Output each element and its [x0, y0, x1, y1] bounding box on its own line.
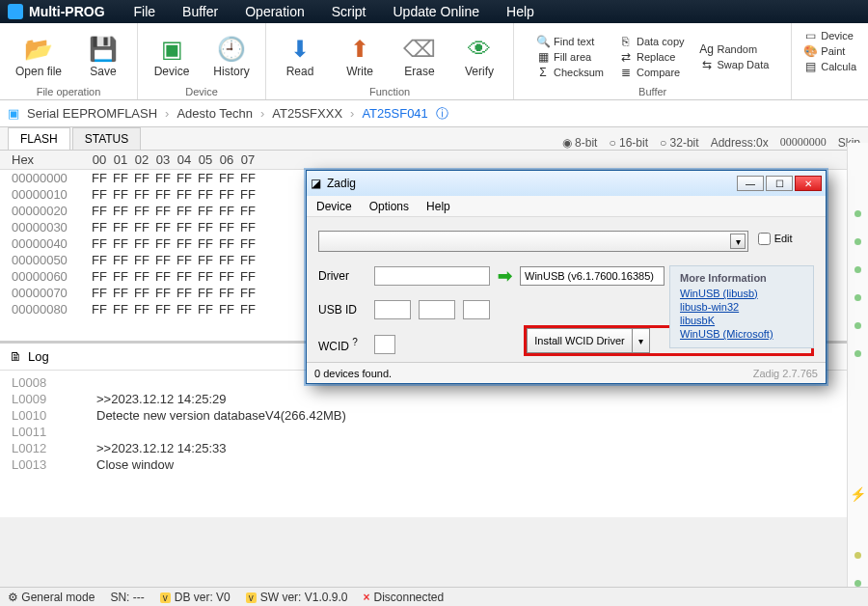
driver-current-field[interactable]: [374, 266, 490, 286]
hex-byte[interactable]: FF: [89, 302, 110, 317]
erase-button[interactable]: ⌫Erase: [393, 34, 446, 80]
hex-byte[interactable]: FF: [216, 220, 237, 234]
menu-buffer[interactable]: Buffer: [182, 4, 218, 19]
hex-byte[interactable]: FF: [110, 236, 131, 251]
usbid-vid-field[interactable]: [374, 300, 411, 319]
hex-byte[interactable]: FF: [216, 187, 237, 202]
hex-byte[interactable]: FF: [216, 269, 237, 284]
right-device-button[interactable]: ▭Device: [803, 29, 856, 42]
hex-byte[interactable]: FF: [152, 187, 174, 202]
hex-byte[interactable]: FF: [174, 302, 195, 317]
maximize-button[interactable]: ☐: [766, 176, 793, 191]
hex-byte[interactable]: FF: [174, 269, 195, 284]
driver-target-field[interactable]: WinUSB (v6.1.7600.16385): [520, 266, 665, 286]
hex-byte[interactable]: FF: [237, 236, 258, 251]
install-driver-button[interactable]: Install WCID Driver: [527, 328, 633, 353]
minimize-button[interactable]: —: [737, 176, 764, 191]
hex-byte[interactable]: FF: [195, 236, 216, 251]
hex-byte[interactable]: FF: [237, 204, 258, 218]
hex-byte[interactable]: FF: [216, 236, 237, 251]
link-winusb-libusb[interactable]: WinUSB (libusb): [680, 288, 803, 299]
menu-file[interactable]: File: [134, 4, 156, 19]
usbid-mi-field[interactable]: [463, 300, 490, 319]
hex-byte[interactable]: FF: [110, 204, 131, 218]
hex-byte[interactable]: FF: [110, 269, 131, 284]
hex-byte[interactable]: FF: [89, 269, 110, 284]
hex-byte[interactable]: FF: [89, 220, 110, 234]
edit-checkbox[interactable]: Edit: [758, 233, 793, 245]
hex-byte[interactable]: FF: [89, 171, 110, 185]
history-button[interactable]: 🕘History: [205, 34, 258, 80]
hex-byte[interactable]: FF: [195, 253, 216, 267]
calculator-button[interactable]: ▤Calcula: [803, 60, 856, 73]
zadig-menu-help[interactable]: Help: [426, 200, 450, 213]
hex-byte[interactable]: FF: [131, 220, 152, 234]
hex-byte[interactable]: FF: [152, 220, 174, 234]
hex-byte[interactable]: FF: [110, 220, 131, 234]
link-libusbk[interactable]: libusbK: [680, 315, 803, 326]
replace-button[interactable]: ⇄Replace: [619, 50, 685, 64]
breadcrumb-1[interactable]: Adesto Techn: [176, 106, 253, 121]
write-button[interactable]: ⬆Write: [334, 34, 386, 80]
hex-byte[interactable]: FF: [174, 187, 195, 202]
hex-byte[interactable]: FF: [237, 253, 258, 267]
checksum-button[interactable]: ΣChecksum: [536, 66, 604, 79]
hex-byte[interactable]: FF: [152, 253, 174, 267]
opt-16bit[interactable]: ○ 16-bit: [609, 136, 648, 150]
address-value[interactable]: 00000000: [780, 135, 827, 150]
data-copy-button[interactable]: ⎘Data copy: [619, 35, 685, 48]
hex-byte[interactable]: FF: [195, 204, 216, 218]
hex-byte[interactable]: FF: [237, 269, 258, 284]
hex-byte[interactable]: FF: [110, 286, 131, 300]
hex-byte[interactable]: FF: [131, 171, 152, 185]
find-text-button[interactable]: 🔍Find text: [536, 35, 604, 48]
verify-button[interactable]: 👁Verify: [453, 34, 505, 80]
device-combo[interactable]: ▾: [318, 231, 748, 252]
hex-byte[interactable]: FF: [152, 236, 174, 251]
hex-byte[interactable]: FF: [131, 253, 152, 267]
hex-byte[interactable]: FF: [216, 171, 237, 185]
hex-byte[interactable]: FF: [89, 236, 110, 251]
hex-byte[interactable]: FF: [195, 171, 216, 185]
hex-byte[interactable]: FF: [89, 187, 110, 202]
hex-byte[interactable]: FF: [174, 236, 195, 251]
hex-byte[interactable]: FF: [131, 269, 152, 284]
hex-byte[interactable]: FF: [195, 286, 216, 300]
opt-8bit[interactable]: ◉ 8-bit: [562, 136, 598, 150]
fill-area-button[interactable]: ▦Fill area: [536, 50, 604, 64]
menu-script[interactable]: Script: [332, 4, 366, 19]
hex-byte[interactable]: FF: [152, 171, 174, 185]
hex-byte[interactable]: FF: [195, 220, 216, 234]
hex-byte[interactable]: FF: [152, 269, 174, 284]
tab-status[interactable]: STATUS: [72, 127, 142, 150]
swap-data-button[interactable]: ⇆Swap Data: [700, 58, 770, 71]
close-button[interactable]: ✕: [795, 176, 822, 191]
hex-byte[interactable]: FF: [174, 171, 195, 185]
hex-byte[interactable]: FF: [237, 302, 258, 317]
hex-byte[interactable]: FF: [152, 286, 174, 300]
usbid-pid-field[interactable]: [419, 300, 455, 319]
hex-byte[interactable]: FF: [131, 187, 152, 202]
menu-help[interactable]: Help: [506, 4, 534, 19]
save-button[interactable]: 💾Save: [77, 34, 129, 80]
breadcrumb-active[interactable]: AT25SF041: [362, 106, 427, 121]
zadig-menu-options[interactable]: Options: [369, 200, 409, 213]
compare-button[interactable]: ≣Compare: [619, 66, 685, 79]
hex-byte[interactable]: FF: [237, 171, 258, 185]
link-libusb-win32[interactable]: libusb-win32: [680, 301, 803, 313]
opt-32bit[interactable]: ○ 32-bit: [660, 136, 699, 150]
hex-byte[interactable]: FF: [174, 286, 195, 300]
hex-byte[interactable]: FF: [89, 253, 110, 267]
breadcrumb-0[interactable]: Serial EEPROMFLASH: [27, 106, 157, 121]
hex-byte[interactable]: FF: [152, 204, 174, 218]
hex-byte[interactable]: FF: [131, 302, 152, 317]
paint-button[interactable]: 🎨Paint: [803, 44, 856, 58]
hex-byte[interactable]: FF: [131, 236, 152, 251]
device-button[interactable]: ▣Device: [146, 34, 198, 80]
hex-byte[interactable]: FF: [174, 204, 195, 218]
hex-byte[interactable]: FF: [216, 286, 237, 300]
hex-byte[interactable]: FF: [237, 187, 258, 202]
read-button[interactable]: ⬇Read: [274, 34, 326, 80]
chevron-down-icon[interactable]: ▾: [730, 234, 746, 249]
hex-byte[interactable]: FF: [174, 220, 195, 234]
